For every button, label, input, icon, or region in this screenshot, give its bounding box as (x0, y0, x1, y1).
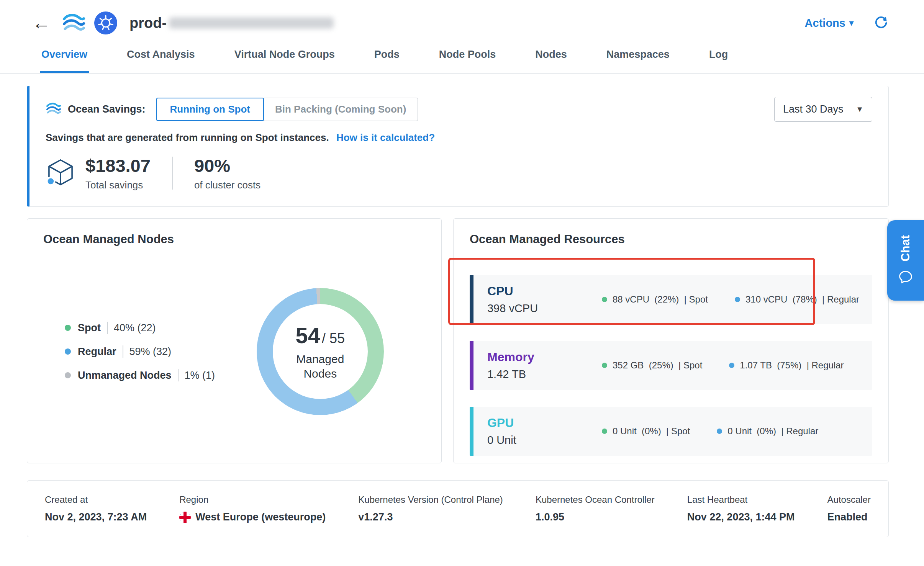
legend-separator (178, 369, 179, 381)
top-header: ← prod- Actions ▾ (0, 0, 924, 38)
tab-overview[interactable]: Overview (40, 38, 89, 73)
cpu-name: CPU (487, 284, 577, 298)
running-on-spot-button[interactable]: Running on Spot (156, 98, 264, 121)
spot-dot-icon (65, 325, 71, 331)
total-savings-label: Total savings (85, 179, 151, 191)
chat-button[interactable]: Chat (887, 220, 924, 301)
gpu-amount: 0 Unit (487, 434, 577, 447)
memory-regular-stat: 1.07 TB (75%) | Regular (729, 360, 844, 371)
gpu-spot-stat: 0 Unit (0%) | Spot (602, 426, 690, 437)
cluster-name-redacted (169, 17, 334, 29)
managed-resources-card: Ocean Managed Resources CPU 398 vCPU 88 … (453, 218, 889, 463)
gpu-regular-stat: 0 Unit (0%) | Regular (717, 426, 818, 437)
footer-label: Autoscaler (827, 494, 871, 505)
footer-ocean-controller: Kubernetes Ocean Controller 1.0.95 (536, 494, 655, 523)
savings-mode-toggle: Running on Spot Bin Packing (Coming Soon… (156, 98, 418, 121)
stat-text: 352 GB (25%) | Spot (613, 360, 702, 371)
stat-text: 88 vCPU (22%) | Spot (613, 294, 708, 305)
gpu-name: GPU (487, 416, 577, 430)
memory-name: Memory (487, 350, 577, 364)
footer-last-heartbeat: Last Heartbeat Nov 22, 2023, 1:44 PM (687, 494, 795, 523)
chevron-down-icon: ▼ (856, 105, 863, 114)
uk-flag-icon (179, 512, 191, 523)
footer-value: West Europe (westeurope) (179, 511, 326, 523)
regular-dot-icon (717, 429, 722, 434)
stat-text: 310 vCPU (78%) | Regular (745, 294, 859, 305)
donut-center: 54 / 55 Managed Nodes (273, 304, 368, 399)
tab-cost-analysis[interactable]: Cost Analysis (125, 38, 197, 73)
nodes-legend: Spot 40% (22) Regular 59% (32) Unmanaged… (43, 310, 215, 393)
regular-dot-icon (65, 348, 71, 355)
legend-item-unmanaged: Unmanaged Nodes 1% (1) (65, 369, 215, 381)
legend-value: 1% (1) (185, 370, 215, 381)
memory-accent-bar (470, 341, 473, 390)
memory-spot-stat: 352 GB (25%) | Spot (602, 360, 702, 371)
total-count: / 55 (322, 330, 345, 347)
footer-value: Nov 22, 2023, 1:44 PM (687, 511, 795, 523)
tab-bar: Overview Cost Analysis Virtual Node Grou… (0, 38, 924, 74)
wave-icon (46, 102, 62, 117)
footer-k8s-version: Kubernetes Version (Control Plane) v1.27… (358, 494, 503, 523)
resource-row-gpu: GPU 0 Unit 0 Unit (0%) | Spot 0 Unit (0%… (470, 407, 872, 456)
legend-value: 40% (22) (114, 322, 156, 334)
kubernetes-logo-icon (94, 11, 117, 34)
memory-amount: 1.42 TB (487, 368, 577, 381)
cpu-accent-bar (470, 275, 473, 324)
footer-label: Last Heartbeat (687, 494, 795, 505)
cluster-name-prefix: prod- (129, 15, 167, 31)
spot-dot-icon (602, 363, 607, 368)
savings-description: Savings that are generated from running … (46, 132, 872, 144)
period-value: Last 30 Days (783, 103, 844, 115)
legend-label: Regular (78, 346, 116, 358)
tab-pods[interactable]: Pods (373, 38, 401, 73)
period-dropdown[interactable]: Last 30 Days ▼ (774, 97, 872, 122)
unmanaged-dot-icon (65, 372, 71, 378)
footer-label: Region (179, 494, 326, 505)
tab-virtual-node-groups[interactable]: Virtual Node Groups (233, 38, 336, 73)
footer-created-at: Created at Nov 2, 2023, 7:23 AM (45, 494, 147, 523)
resource-row-memory: Memory 1.42 TB 352 GB (25%) | Spot 1.07 … (470, 341, 872, 390)
how-calculated-link[interactable]: How is it calculated? (336, 132, 435, 143)
regular-dot-icon (729, 363, 734, 368)
spot-dot-icon (602, 429, 607, 434)
tab-node-pools[interactable]: Node Pools (437, 38, 498, 73)
legend-item-spot: Spot 40% (22) (65, 322, 215, 334)
legend-separator (123, 345, 123, 358)
regular-dot-icon (735, 297, 740, 302)
managed-nodes-donut: 54 / 55 Managed Nodes (257, 288, 384, 415)
legend-separator (107, 322, 108, 334)
legend-label: Unmanaged Nodes (78, 370, 172, 381)
managed-nodes-title: Ocean Managed Nodes (43, 232, 425, 246)
chevron-down-icon: ▾ (849, 18, 854, 28)
ocean-savings-label: Ocean Savings: (68, 103, 146, 115)
savings-description-text: Savings that are generated from running … (46, 132, 329, 143)
footer-label: Kubernetes Version (Control Plane) (358, 494, 503, 505)
spot-dot-icon (602, 297, 607, 302)
tab-nodes[interactable]: Nodes (534, 38, 568, 73)
legend-item-regular: Regular 59% (32) (65, 345, 215, 358)
managed-resources-title: Ocean Managed Resources (470, 232, 872, 246)
refresh-button[interactable] (873, 15, 889, 31)
actions-button[interactable]: Actions ▾ (805, 17, 854, 29)
bin-packing-button[interactable]: Bin Packing (Coming Soon) (263, 98, 418, 121)
managed-nodes-card: Ocean Managed Nodes Spot 40% (22) Regula… (27, 218, 442, 463)
stat-text: 1.07 TB (75%) | Regular (740, 360, 844, 371)
actions-label: Actions (805, 17, 845, 29)
tab-log[interactable]: Log (708, 38, 729, 73)
stats-divider (172, 157, 173, 190)
chat-label: Chat (899, 235, 913, 262)
cluster-info-bar: Created at Nov 2, 2023, 7:23 AM Region W… (27, 480, 889, 537)
donut-label: Managed Nodes (288, 352, 353, 381)
footer-region: Region West Europe (westeurope) (179, 494, 326, 523)
footer-value: Nov 2, 2023, 7:23 AM (45, 511, 147, 523)
savings-cube-icon (46, 157, 75, 189)
total-savings-value: $183.07 (85, 155, 151, 176)
back-arrow-icon[interactable]: ← (32, 14, 51, 32)
chat-bubble-icon (898, 270, 913, 286)
resource-row-cpu: CPU 398 vCPU 88 vCPU (22%) | Spot 310 vC… (470, 275, 872, 324)
card-divider (470, 258, 872, 258)
tab-namespaces[interactable]: Namespaces (605, 38, 671, 73)
managed-count: 54 (296, 322, 321, 348)
stat-text: 0 Unit (0%) | Spot (613, 426, 690, 437)
spot-wave-logo-icon (62, 13, 86, 33)
